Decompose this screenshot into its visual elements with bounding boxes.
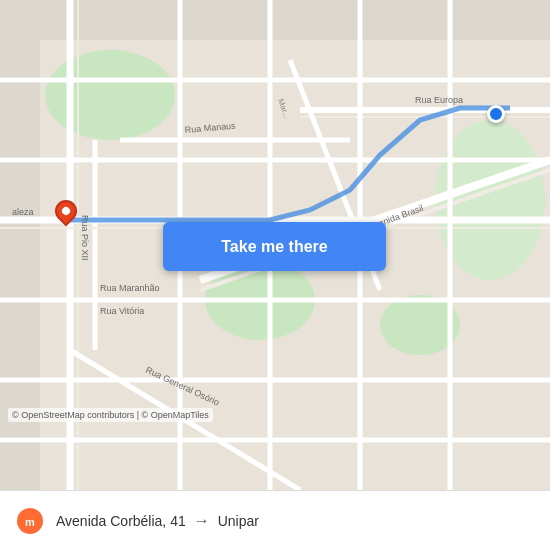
destination-marker <box>487 105 505 123</box>
map-attribution: © OpenStreetMap contributors | © OpenMap… <box>8 408 213 422</box>
moovit-logo: m <box>16 507 44 535</box>
arrow-right-icon: → <box>194 512 210 530</box>
svg-text:Rua Maranhão: Rua Maranhão <box>100 283 160 293</box>
svg-point-1 <box>45 50 175 140</box>
svg-text:Rua Vitória: Rua Vitória <box>100 306 144 316</box>
origin-marker <box>55 200 77 222</box>
map-container: Rua Manaus Rua Europa Avenida Brasil Rua… <box>0 0 550 490</box>
bottom-bar: m Avenida Corbélia, 41 → Unipar <box>0 490 550 550</box>
destination-label: Unipar <box>218 513 259 529</box>
svg-rect-6 <box>0 0 550 40</box>
svg-text:m: m <box>25 516 35 528</box>
origin-label: Avenida Corbélia, 41 <box>56 513 186 529</box>
svg-text:Rua Europa: Rua Europa <box>415 95 463 105</box>
origin-pin-icon <box>50 195 81 226</box>
destination-dot-icon <box>487 105 505 123</box>
svg-text:aleza: aleza <box>12 207 34 217</box>
svg-text:Rua Pio XII: Rua Pio XII <box>80 215 90 261</box>
take-me-there-button[interactable]: Take me there <box>163 222 386 271</box>
route-info: Avenida Corbélia, 41 → Unipar <box>56 512 534 530</box>
